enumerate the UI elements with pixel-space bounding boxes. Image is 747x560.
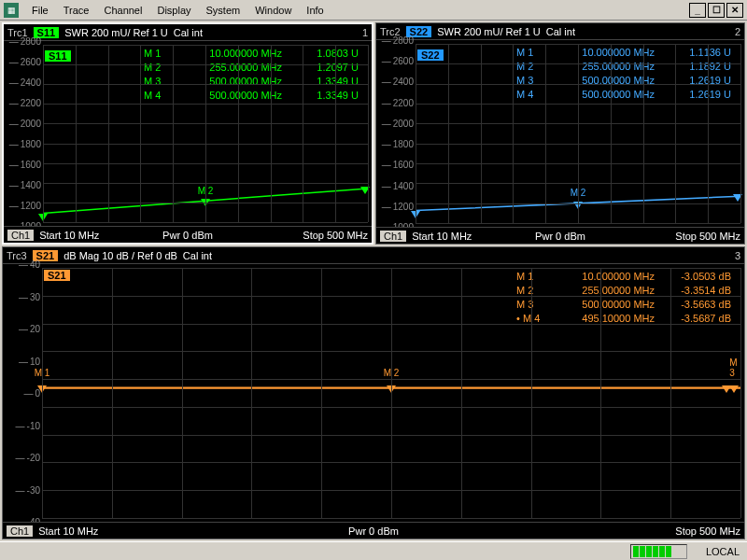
- panel-header: Trc2 S22 SWR 200 mU/ Ref 1 U Cal int 2: [376, 23, 744, 40]
- menu-info[interactable]: Info: [299, 3, 331, 18]
- start-freq: Start 10 MHz: [412, 231, 472, 242]
- format-label: SWR 200 mU/ Ref 1 U: [437, 26, 541, 37]
- menu-trace[interactable]: Trace: [56, 3, 97, 18]
- status-bar: LOCAL: [0, 541, 747, 560]
- stop-freq: Stop 500 MHz: [675, 231, 740, 242]
- format-label: dB Mag 10 dB / Ref 0 dB: [63, 250, 177, 261]
- maximize-button[interactable]: ☐: [708, 3, 725, 18]
- panel-footer: Ch1 Start 10 MHz Pwr 0 dBm Stop 500 MHz: [4, 226, 372, 243]
- grid-area: S11 M 110.000000 MHz1.0803 UM 2255.00000…: [43, 45, 368, 222]
- marker-table: M 110.000000 MHz1.1136 UM 2255.00000 MHz…: [516, 46, 731, 102]
- panel-number: 2: [735, 26, 740, 37]
- panel-footer: Ch1 Start 10 MHz Pwr 0 dBm Stop 500 MHz: [376, 227, 744, 244]
- y-axis: 2800260024002200200018001600140012001000: [380, 40, 414, 227]
- y-axis: 403020100-10-20-30-40: [7, 264, 40, 522]
- grid-area: S21 M 110.000000 MHz-3.0503 dBM 2255.000…: [42, 268, 740, 518]
- marker-label-m3: M 3: [729, 357, 737, 378]
- menu-file[interactable]: File: [24, 3, 56, 18]
- trace-panel-s22[interactable]: Trc2 S22 SWR 200 mU/ Ref 1 U Cal int 2 2…: [375, 22, 745, 245]
- marker-table: M 110.000000 MHz-3.0503 dBM 2255.00000 M…: [516, 270, 731, 326]
- s-badge: S22: [417, 49, 444, 61]
- start-freq: Start 10 MHz: [39, 230, 99, 241]
- signal-bars-icon: [630, 544, 687, 559]
- local-indicator: LOCAL: [706, 546, 740, 557]
- format-label: SWR 200 mU/ Ref 1 U: [64, 27, 168, 38]
- close-button[interactable]: ✕: [726, 3, 743, 18]
- grid-area: S22 M 110.000000 MHz1.1136 UM 2255.00000…: [416, 44, 740, 223]
- panel-number: 3: [735, 250, 740, 261]
- panel-number: 1: [362, 27, 368, 38]
- s-badge: S21: [44, 270, 70, 281]
- app-icon: ▦: [4, 3, 19, 18]
- menu-system[interactable]: System: [199, 3, 248, 18]
- start-freq: Start 10 MHz: [38, 525, 98, 537]
- minimize-button[interactable]: _: [689, 3, 706, 18]
- y-axis: 2800260024002200200018001600140012001000: [7, 41, 41, 226]
- menu-window[interactable]: Window: [247, 3, 299, 18]
- channel-label: Ch1: [380, 231, 406, 242]
- stop-freq: Stop 500 MHz: [303, 230, 368, 241]
- power-label: Pwr 0 dBm: [162, 230, 213, 241]
- channel-label: Ch1: [7, 230, 34, 241]
- trace-panel-s11[interactable]: Trc1 S11 SWR 200 mU/ Ref 1 U Cal int 1 2…: [2, 22, 374, 245]
- menu-bar: ▦ File Trace Channel Display System Wind…: [0, 0, 747, 21]
- cal-label: Cal int: [546, 26, 575, 37]
- menu-channel[interactable]: Channel: [96, 3, 149, 18]
- channel-label: Ch1: [7, 525, 33, 537]
- marker-table: M 110.000000 MHz1.0803 UM 2255.00000 MHz…: [144, 47, 359, 103]
- marker-m4[interactable]: [722, 385, 731, 393]
- panel-header: Trc3 S21 dB Mag 10 dB / Ref 0 dB Cal int…: [3, 247, 744, 264]
- trace-panel-s21[interactable]: Trc3 S21 dB Mag 10 dB / Ref 0 dB Cal int…: [2, 246, 745, 539]
- stop-freq: Stop 500 MHz: [675, 525, 740, 537]
- panel-header: Trc1 S11 SWR 200 mU/ Ref 1 U Cal int 1: [4, 24, 372, 41]
- panel-footer: Ch1 Start 10 MHz Pwr 0 dBm Stop 500 MHz: [3, 522, 744, 539]
- power-label: Pwr 0 dBm: [535, 231, 585, 242]
- cal-label: Cal int: [174, 27, 203, 38]
- menu-display[interactable]: Display: [149, 3, 198, 18]
- power-label: Pwr 0 dBm: [348, 525, 399, 537]
- cal-label: Cal int: [183, 250, 212, 261]
- s-badge: S11: [45, 50, 71, 62]
